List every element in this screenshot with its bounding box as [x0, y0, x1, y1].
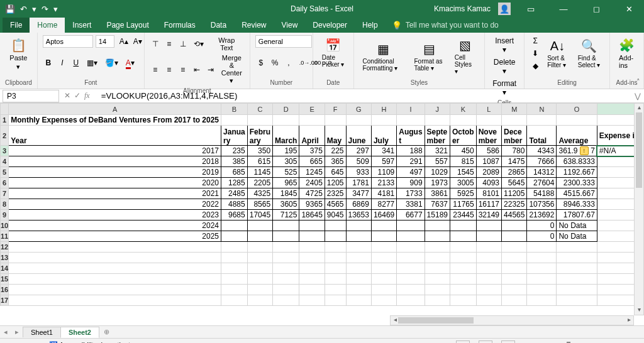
cell-H17[interactable]: [371, 295, 396, 306]
cell-A3[interactable]: 2017: [9, 146, 221, 156]
row-header-7[interactable]: 7: [1, 188, 9, 199]
cell-E8[interactable]: 9365: [299, 199, 325, 210]
cell-F12[interactable]: [325, 242, 346, 253]
cell-N10[interactable]: 0: [527, 220, 557, 231]
cell-I1[interactable]: [397, 115, 425, 126]
cell-A17[interactable]: [9, 295, 221, 306]
scroll-thumb[interactable]: [398, 317, 474, 324]
autosum-button[interactable]: Σ: [530, 35, 541, 46]
cell-J3[interactable]: 321: [425, 146, 450, 156]
name-box[interactable]: P3: [3, 90, 59, 102]
cell-L2[interactable]: November: [476, 126, 501, 146]
wrap-text-button[interactable]: Wrap Text: [209, 35, 245, 53]
conditional-formatting-button[interactable]: ▦Conditional Formatting ▾: [359, 39, 408, 74]
cell-O2[interactable]: Average: [557, 126, 597, 146]
increase-indent-button[interactable]: ⇥: [205, 64, 216, 75]
tab-page-layout[interactable]: Page Layout: [99, 18, 156, 33]
close-icon[interactable]: ✕: [616, 0, 641, 18]
cell-B17[interactable]: [221, 295, 248, 306]
sort-filter-button[interactable]: A↓Sort & Filter ▾: [543, 36, 572, 71]
align-top-button[interactable]: ⊤: [150, 38, 161, 50]
cell-I8[interactable]: 3381: [397, 199, 425, 210]
increase-decimal-button[interactable]: .0→.00: [297, 58, 308, 67]
cell-D6[interactable]: 965: [273, 178, 299, 188]
cell-D12[interactable]: [273, 242, 299, 253]
cell-B14[interactable]: [221, 263, 248, 274]
cell-C5[interactable]: 1145: [247, 167, 272, 178]
normal-view-button[interactable]: [456, 340, 470, 344]
cell-E11[interactable]: [299, 231, 325, 242]
cell-A4[interactable]: 2018: [9, 156, 221, 167]
cell-F17[interactable]: [325, 295, 346, 306]
cell-D5[interactable]: 525: [273, 167, 299, 178]
row-header-9[interactable]: 9: [1, 210, 9, 220]
merge-center-button[interactable]: Merge & Center ▾: [219, 53, 245, 86]
cell-F15[interactable]: [325, 274, 346, 285]
column-header-E[interactable]: E: [299, 104, 325, 115]
cell-H13[interactable]: [371, 253, 396, 263]
cell-G5[interactable]: 933: [346, 167, 371, 178]
column-header-D[interactable]: D: [273, 104, 299, 115]
cell-L8[interactable]: 16117: [476, 199, 501, 210]
cell-I6[interactable]: 909: [397, 178, 425, 188]
cell-J1[interactable]: [425, 115, 450, 126]
orientation-button[interactable]: ⟲▾: [191, 38, 206, 50]
row-header-16[interactable]: 16: [1, 285, 9, 295]
cell-E7[interactable]: 4725: [299, 188, 325, 199]
cell-F5[interactable]: 645: [325, 167, 346, 178]
select-all-corner[interactable]: [1, 104, 9, 115]
cell-I5[interactable]: 497: [397, 167, 425, 178]
cell-H15[interactable]: [371, 274, 396, 285]
cell-I11[interactable]: [397, 231, 425, 242]
cell-C11[interactable]: [247, 231, 272, 242]
cell-N1[interactable]: [527, 115, 557, 126]
enter-formula-icon[interactable]: ✓: [74, 91, 80, 101]
cell-D3[interactable]: 195: [273, 146, 299, 156]
cell-F16[interactable]: [325, 285, 346, 295]
cell-G6[interactable]: 1781: [346, 178, 371, 188]
cell-F7[interactable]: 2325: [325, 188, 346, 199]
cell-N7[interactable]: 54188: [527, 188, 557, 199]
tab-review[interactable]: Review: [234, 18, 274, 33]
addins-button[interactable]: 🧩Add-ins: [615, 35, 638, 72]
cell-L17[interactable]: [476, 295, 501, 306]
undo-dropdown-icon[interactable]: ▾: [32, 4, 36, 14]
currency-button[interactable]: $: [255, 57, 267, 68]
font-name-combo[interactable]: [43, 35, 93, 48]
ribbon-options-icon[interactable]: ▭: [518, 0, 543, 18]
cell-K12[interactable]: [450, 242, 476, 253]
cell-I10[interactable]: [397, 220, 425, 231]
cell-O7[interactable]: 4515.667: [557, 188, 597, 199]
cell-D8[interactable]: 3605: [273, 199, 299, 210]
cell-C10[interactable]: [247, 220, 272, 231]
cell-B5[interactable]: 685: [221, 167, 248, 178]
cell-G2[interactable]: June: [346, 126, 371, 146]
tab-developer[interactable]: Developer: [305, 18, 355, 33]
format-cells-button[interactable]: Format ▾: [490, 78, 519, 98]
row-header-2[interactable]: 2: [1, 126, 9, 146]
cell-B16[interactable]: [221, 285, 248, 295]
cell-K8[interactable]: 11765: [450, 199, 476, 210]
cell-K6[interactable]: 3005: [450, 178, 476, 188]
find-select-button[interactable]: 🔍Find & Select ▾: [574, 36, 604, 71]
cell-L9[interactable]: 32149: [476, 210, 501, 220]
cell-C8[interactable]: 8565: [247, 199, 272, 210]
row-header-15[interactable]: 15: [1, 274, 9, 285]
cell-A2[interactable]: Year: [9, 126, 221, 146]
delete-cells-button[interactable]: Delete ▾: [490, 57, 519, 77]
row-header-17[interactable]: 17: [1, 295, 9, 306]
cell-B2[interactable]: January: [221, 126, 248, 146]
row-header-3[interactable]: 3: [1, 146, 9, 156]
cell-L10[interactable]: [476, 220, 501, 231]
column-header-M[interactable]: M: [502, 104, 527, 115]
cell-O14[interactable]: [557, 263, 597, 274]
cell-G1[interactable]: [346, 115, 371, 126]
cell-E12[interactable]: [299, 242, 325, 253]
percent-button[interactable]: %: [269, 57, 280, 68]
cell-J11[interactable]: [425, 231, 450, 242]
cell-A10[interactable]: 2024: [9, 220, 221, 231]
cell-E13[interactable]: [299, 253, 325, 263]
cell-A9[interactable]: 2023: [9, 210, 221, 220]
cell-D4[interactable]: 305: [273, 156, 299, 167]
cell-C16[interactable]: [247, 285, 272, 295]
